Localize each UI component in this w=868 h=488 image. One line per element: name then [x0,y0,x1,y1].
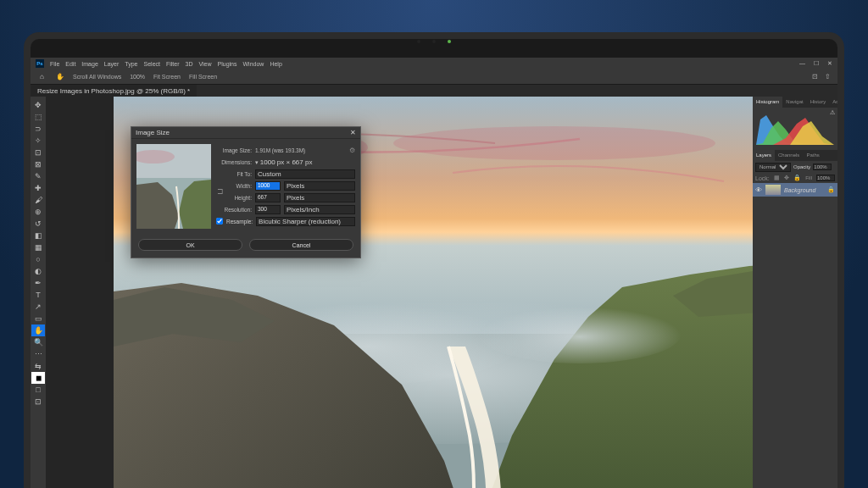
lock-all-icon[interactable]: 🔒 [793,175,801,181]
height-unit-select[interactable]: Pixels [284,193,355,202]
menu-image[interactable]: Image [81,61,97,67]
app-logo: Ps [36,59,44,68]
width-input[interactable]: 1000 [255,181,281,191]
height-label: Height: [225,195,252,201]
lock-position-icon[interactable]: ✥ [784,175,789,181]
screenmode-icon[interactable]: ⊡ [31,396,45,408]
fit-to-select[interactable]: Custom [255,169,355,179]
canvas-area[interactable]: Image Size ✕ Image Size: 1.91M (was 193.… [46,97,753,488]
tab-actions[interactable]: Actions [829,97,844,108]
resolution-label: Resolution: [216,207,252,213]
type-tool-icon[interactable]: T [31,289,45,301]
brush-tool-icon[interactable]: 🖌 [31,194,45,206]
svg-point-6 [478,304,682,363]
resample-label: Resample: [226,219,253,225]
width-unit-select[interactable]: Pixels [284,181,355,191]
path-tool-icon[interactable]: ↗ [31,301,45,313]
search-icon[interactable]: ⊡ [812,73,818,80]
dodge-tool-icon[interactable]: ◐ [31,265,45,277]
hand-tool-icon[interactable]: ✋ [31,324,45,336]
menu-type[interactable]: Type [125,61,137,67]
opt-fill[interactable]: Fill Screen [189,74,217,80]
share-icon[interactable]: ⇧ [825,73,831,80]
crop-tool-icon[interactable]: ⊡ [31,147,45,158]
opt-scroll[interactable]: Scroll All Windows [73,74,121,80]
opacity-input[interactable] [813,164,832,170]
marquee-tool-icon[interactable]: ⬚ [31,111,45,123]
stamp-tool-icon[interactable]: ⊕ [31,206,45,218]
pen-tool-icon[interactable]: ✒ [31,277,45,289]
home-icon[interactable]: ⌂ [37,72,47,81]
document-tab[interactable]: Resize Images in Photoshop.jpg @ 25% (RG… [31,85,197,97]
menu-window[interactable]: Window [243,61,264,67]
lock-label: Lock: [755,175,770,181]
height-input[interactable]: 667 [255,193,281,202]
menu-filter[interactable]: Filter [166,61,180,67]
layer-name: Background [784,187,815,193]
lock-pixels-icon[interactable]: ▦ [774,175,780,181]
tab-history[interactable]: History [807,97,830,108]
document-tabs: Resize Images in Photoshop.jpg @ 25% (RG… [31,85,837,97]
tab-histogram[interactable]: Histogram [753,97,782,108]
window-close-icon[interactable]: ✕ [827,60,832,67]
tab-channels[interactable]: Channels [775,150,803,161]
link-icon[interactable]: ⊐ [216,180,225,203]
gear-icon[interactable]: ⚙ [349,147,355,154]
menu-file[interactable]: File [50,61,59,67]
fit-to-label: Fit To: [216,171,252,177]
window-maximize-icon[interactable]: ☐ [814,60,819,67]
foreground-color-icon[interactable]: ◼ [31,372,45,384]
dialog-title-bar[interactable]: Image Size ✕ [131,127,360,139]
opt-fit[interactable]: Fit Screen [153,74,181,80]
shape-tool-icon[interactable]: ▭ [31,313,45,324]
hand-tool-icon[interactable]: ✋ [55,72,64,81]
fill-input[interactable] [816,175,835,181]
move-tool-icon[interactable]: ✥ [31,99,45,111]
resample-select[interactable]: Bicubic Sharper (reduction) [256,217,355,226]
blur-tool-icon[interactable]: ○ [31,253,45,265]
tab-layers[interactable]: Layers [753,150,775,161]
resample-checkbox[interactable] [216,218,223,225]
histogram-panel: ⚠ [753,108,837,150]
menu-help[interactable]: Help [270,61,281,67]
close-icon[interactable]: ✕ [350,129,356,136]
resolution-unit-select[interactable]: Pixels/Inch [284,205,355,214]
healing-tool-icon[interactable]: ✚ [31,182,45,194]
blend-mode-select[interactable]: Normal [755,163,791,172]
eyedropper-tool-icon[interactable]: ✎ [31,170,45,182]
edit-toolbar-icon[interactable]: ⋯ [31,348,45,360]
resolution-input[interactable]: 300 [255,205,281,214]
menu-plugins[interactable]: Plugins [218,61,237,67]
quickmask-icon[interactable]: □ [31,384,45,396]
zoom-tool-icon[interactable]: 🔍 [31,336,45,348]
wand-tool-icon[interactable]: ✧ [31,135,45,147]
color-swap-icon[interactable]: ⇆ [31,360,45,372]
layer-thumbnail[interactable] [765,185,781,195]
size-value: 1.91M (was 193.3M) [255,147,342,153]
visibility-icon[interactable]: 👁 [755,186,762,194]
window-minimize-icon[interactable]: — [799,60,805,67]
menu-3d[interactable]: 3D [186,61,193,67]
tab-paths[interactable]: Paths [803,150,822,161]
ok-button[interactable]: OK [138,239,242,251]
lock-icon[interactable]: 🔒 [827,186,835,193]
dimensions-value: ▾ 1000 px × 667 px [255,158,355,166]
size-label: Image Size: [216,147,252,153]
tab-navigator[interactable]: Navigat [782,97,806,108]
right-panels: Histogram Navigat History Actions ⚠ Laye… [753,97,837,488]
opt-100[interactable]: 100% [130,74,145,80]
menu-select[interactable]: Select [144,61,160,67]
frame-tool-icon[interactable]: ⊠ [31,158,45,170]
eraser-tool-icon[interactable]: ◧ [31,230,45,241]
lasso-tool-icon[interactable]: ⊃ [31,123,45,135]
menu-view[interactable]: View [199,61,212,67]
svg-point-2 [393,126,715,160]
menu-edit[interactable]: Edit [65,61,75,67]
warning-icon[interactable]: ⚠ [830,109,835,116]
layer-row[interactable]: 👁 Background 🔒 [753,183,837,197]
dimensions-label: Dimensions: [216,159,252,165]
cancel-button[interactable]: Cancel [249,239,353,251]
menu-layer[interactable]: Layer [104,61,120,67]
gradient-tool-icon[interactable]: ▦ [31,241,45,253]
history-brush-icon[interactable]: ↺ [31,218,45,230]
